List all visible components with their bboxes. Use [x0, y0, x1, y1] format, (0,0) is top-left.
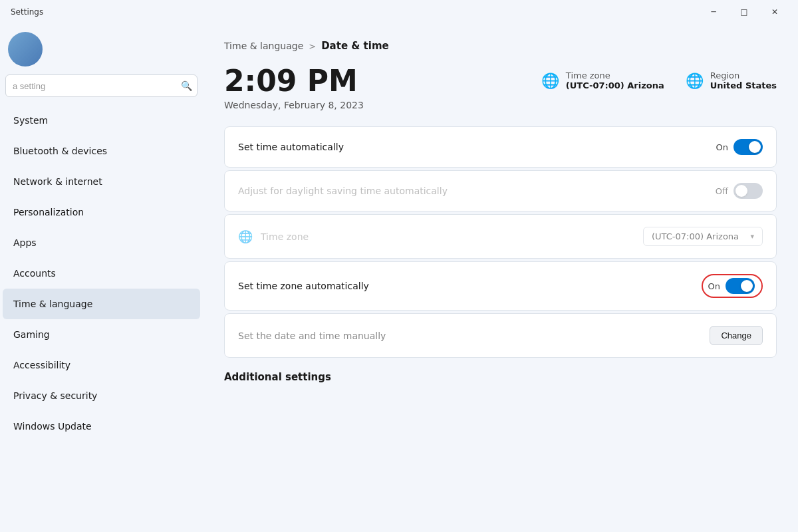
close-button[interactable]: ✕ — [759, 1, 790, 23]
set-time-auto-state: On — [716, 142, 728, 152]
minimize-button[interactable]: ─ — [698, 1, 729, 23]
timezone-dropdown[interactable]: (UTC-07:00) Arizona ▾ — [643, 227, 763, 246]
set-timezone-auto-card: Set time zone automatically On — [224, 261, 777, 311]
toggle-knob — [749, 141, 761, 153]
region-meta: 🌐 Region United States — [686, 70, 777, 90]
sidebar-item-personalization-label: Personalization — [13, 207, 84, 217]
set-time-auto-row: Set time automatically On — [225, 127, 776, 167]
set-time-auto-toggle[interactable] — [733, 139, 763, 155]
daylight-card: Adjust for daylight saving time automati… — [224, 170, 777, 211]
breadcrumb-current: Date & time — [321, 40, 389, 52]
timezone-meta: 🌐 Time zone (UTC-07:00) Arizona — [541, 70, 664, 90]
timezone-value: (UTC-07:00) Arizona — [566, 80, 664, 90]
set-time-auto-card: Set time automatically On — [224, 126, 777, 168]
search-input[interactable] — [5, 74, 198, 97]
change-btn-container: Change — [710, 326, 763, 345]
search-icon: 🔍 — [181, 80, 192, 91]
sidebar-item-gaming[interactable]: Gaming — [3, 319, 200, 350]
daylight-row: Adjust for daylight saving time automati… — [225, 171, 776, 211]
manual-date-label: Set the date and time manually — [238, 331, 386, 341]
sidebar-item-time-label: Time & language — [13, 299, 92, 309]
toggle-knob-daylight — [735, 185, 747, 197]
timezone-label: Time zone — [566, 70, 664, 80]
sidebar-item-update[interactable]: Windows Update — [3, 411, 200, 442]
breadcrumb-separator: > — [309, 41, 316, 51]
daylight-toggle-container: Off — [716, 183, 763, 199]
timezone-globe-icon: 🌐 — [541, 72, 559, 89]
manual-date-card: Set the date and time manually Change — [224, 313, 777, 358]
timezone-setting-row: 🌐 Time zone (UTC-07:00) Arizona ▾ — [225, 215, 776, 258]
clock-section: 2:09 PM Wednesday, February 8, 2023 🌐 Ti… — [224, 65, 777, 110]
sidebar-item-accessibility-label: Accessibility — [13, 360, 70, 370]
main-content: Time & language > Date & time 2:09 PM We… — [203, 24, 798, 532]
change-button[interactable]: Change — [710, 326, 763, 345]
region-label: Region — [710, 70, 777, 80]
sidebar-item-accounts-label: Accounts — [13, 268, 56, 279]
sidebar-item-network[interactable]: Network & internet — [3, 166, 200, 197]
daylight-toggle[interactable] — [733, 183, 763, 199]
sidebar-item-time[interactable]: Time & language — [3, 289, 200, 319]
set-time-auto-label: Set time automatically — [238, 142, 344, 152]
region-value: United States — [710, 80, 777, 90]
set-timezone-auto-toggle[interactable] — [726, 278, 755, 294]
clock-display: 2:09 PM Wednesday, February 8, 2023 — [224, 65, 364, 110]
sidebar-item-gaming-label: Gaming — [13, 329, 50, 340]
toggle-knob-timezone-auto — [741, 280, 753, 292]
sidebar-item-privacy[interactable]: Privacy & security — [3, 380, 200, 411]
set-timezone-auto-label: Set time zone automatically — [238, 281, 369, 291]
search-box: 🔍 — [5, 74, 198, 97]
clock-meta: 🌐 Time zone (UTC-07:00) Arizona 🌐 Region… — [541, 65, 777, 90]
timezone-setting-icon: 🌐 — [238, 229, 253, 243]
daylight-state: Off — [716, 186, 728, 196]
sidebar-item-bluetooth-label: Bluetooth & devices — [13, 146, 107, 156]
sidebar-item-privacy-label: Privacy & security — [13, 390, 97, 401]
breadcrumb-parent[interactable]: Time & language — [224, 41, 303, 51]
chevron-down-icon: ▾ — [750, 232, 754, 241]
sidebar-item-personalization[interactable]: Personalization — [3, 197, 200, 227]
titlebar: Settings ─ □ ✕ — [0, 0, 798, 24]
sidebar-item-apps[interactable]: Apps — [3, 227, 200, 258]
sidebar-item-accounts[interactable]: Accounts — [3, 258, 200, 289]
set-timezone-auto-state: On — [708, 281, 720, 291]
sidebar-item-system-label: System — [13, 115, 48, 126]
sidebar-item-network-label: Network & internet — [13, 176, 102, 187]
clock-date: Wednesday, February 8, 2023 — [224, 100, 364, 110]
timezone-setting-left: 🌐 Time zone — [238, 229, 309, 243]
timezone-setting-label: Time zone — [261, 231, 309, 242]
app-body: 🔍 System Bluetooth & devices Network & i… — [0, 24, 798, 532]
sidebar-item-apps-label: Apps — [13, 237, 37, 248]
timezone-dropdown-container: (UTC-07:00) Arizona ▾ — [643, 227, 763, 246]
set-time-auto-toggle-container: On — [716, 139, 763, 155]
timezone-dropdown-value: (UTC-07:00) Arizona — [652, 231, 739, 241]
set-timezone-auto-right: On — [702, 274, 763, 298]
manual-date-row: Set the date and time manually Change — [225, 314, 776, 357]
sidebar-item-bluetooth[interactable]: Bluetooth & devices — [3, 136, 200, 166]
clock-time: 2:09 PM — [224, 65, 364, 97]
region-globe-icon: 🌐 — [686, 72, 704, 89]
set-timezone-auto-row: Set time zone automatically On — [225, 262, 776, 310]
timezone-card: 🌐 Time zone (UTC-07:00) Arizona ▾ — [224, 214, 777, 259]
sidebar-item-accessibility[interactable]: Accessibility — [3, 350, 200, 380]
daylight-label: Adjust for daylight saving time automati… — [238, 186, 448, 196]
breadcrumb: Time & language > Date & time — [224, 40, 777, 52]
avatar — [8, 32, 43, 66]
sidebar: 🔍 System Bluetooth & devices Network & i… — [0, 24, 203, 532]
maximize-button[interactable]: □ — [729, 1, 759, 23]
window-title: Settings — [11, 7, 43, 17]
sidebar-item-system[interactable]: System — [3, 105, 200, 136]
highlight-ring: On — [702, 274, 763, 298]
window-controls: ─ □ ✕ — [698, 1, 790, 23]
sidebar-item-update-label: Windows Update — [13, 421, 92, 432]
additional-settings-heading: Additional settings — [224, 371, 777, 383]
